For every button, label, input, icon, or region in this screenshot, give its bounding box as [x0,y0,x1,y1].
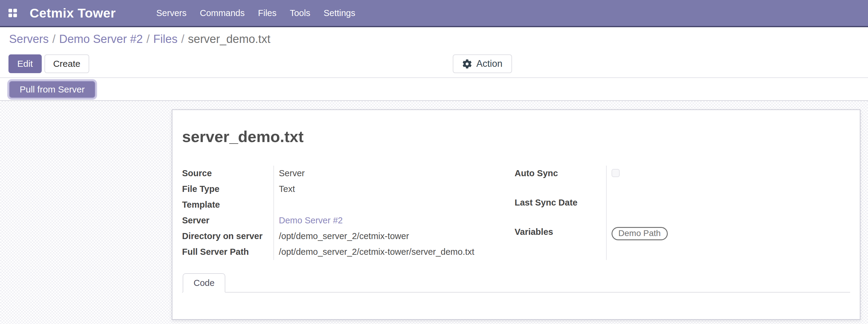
breadcrumb-separator: / [143,33,153,45]
app-brand[interactable]: Cetmix Tower [30,6,116,21]
field-value-last-sync-date [607,195,850,224]
variable-tag-demo-path: Demo Path [612,227,668,240]
field-row-source: Source Server [182,166,485,181]
pull-from-server-button[interactable]: Pull from Server [9,81,95,98]
field-row-last-sync-date: Last Sync Date [515,195,850,224]
page-title: server_demo.txt [182,128,850,146]
field-label-file-type: File Type [182,181,274,197]
field-value-variables: Demo Path [607,224,850,260]
gear-icon [462,59,472,69]
field-value-auto-sync [607,166,850,195]
field-group-left: Source Server File Type Text Template Se… [182,166,485,260]
create-button[interactable]: Create [44,55,89,73]
apps-grid-square [13,13,17,17]
action-button[interactable]: Action [453,55,512,73]
tab-strip: Code [182,273,850,293]
breadcrumb-link-demo-server-2[interactable]: Demo Server #2 [59,33,143,45]
edit-button[interactable]: Edit [8,55,42,73]
field-value-full-server-path: /opt/demo_server_2/cetmix-tower/server_d… [274,244,485,260]
field-group-right: Auto Sync Last Sync Date Variables Demo … [515,166,850,260]
field-label-variables: Variables [515,224,607,260]
auto-sync-checkbox[interactable] [612,169,620,177]
field-value-template [274,197,485,213]
field-value-source: Server [274,166,485,181]
form-statusbar: Pull from Server [0,78,868,101]
form-sheet: server_demo.txt Source Server File Type … [172,109,861,320]
field-label-auto-sync: Auto Sync [515,166,607,195]
apps-grid-square [13,9,17,12]
field-value-directory: /opt/demo_server_2/cetmix-tower [274,228,485,244]
breadcrumb-separator: / [178,33,188,45]
field-label-full-server-path: Full Server Path [182,244,274,260]
field-label-server: Server [182,213,274,228]
main-navbar: Cetmix Tower Servers Commands Files Tool… [0,0,868,27]
apps-grid-icon[interactable] [8,9,17,17]
navbar-menu: Servers Commands Files Tools Settings [150,0,362,26]
field-row-auto-sync: Auto Sync [515,166,850,195]
field-row-file-type: File Type Text [182,181,485,197]
control-panel-buttons: Edit Create [8,55,89,73]
field-row-template: Template [182,197,485,213]
tab-code[interactable]: Code [183,273,225,293]
field-row-full-server-path: Full Server Path /opt/demo_server_2/cetm… [182,244,485,260]
field-row-variables: Variables Demo Path [515,224,850,260]
breadcrumb-link-servers[interactable]: Servers [9,33,49,45]
field-row-server: Server Demo Server #2 [182,213,485,228]
nav-item-tools[interactable]: Tools [283,0,317,26]
field-row-directory: Directory on server /opt/demo_server_2/c… [182,228,485,244]
breadcrumb-separator: / [49,33,59,45]
field-groups: Source Server File Type Text Template Se… [182,166,850,260]
action-button-label: Action [476,58,502,69]
control-panel: Servers/Demo Server #2/Files/server_demo… [0,28,868,78]
breadcrumb: Servers/Demo Server #2/Files/server_demo… [9,33,270,46]
breadcrumb-current: server_demo.txt [188,33,270,45]
field-value-server: Demo Server #2 [274,213,485,228]
server-link[interactable]: Demo Server #2 [279,216,343,225]
apps-grid-square [8,9,12,12]
breadcrumb-link-files[interactable]: Files [153,33,178,45]
field-label-source: Source [182,166,274,181]
nav-item-commands[interactable]: Commands [193,0,251,26]
nav-item-servers[interactable]: Servers [150,0,193,26]
field-label-last-sync-date: Last Sync Date [515,195,607,224]
form-background: server_demo.txt Source Server File Type … [0,101,868,324]
nav-item-settings[interactable]: Settings [317,0,362,26]
field-value-file-type: Text [274,181,485,197]
notebook: Code [182,273,850,293]
field-label-template: Template [182,197,274,213]
field-label-directory: Directory on server [182,228,274,244]
apps-grid-square [8,13,12,17]
nav-item-files[interactable]: Files [251,0,283,26]
